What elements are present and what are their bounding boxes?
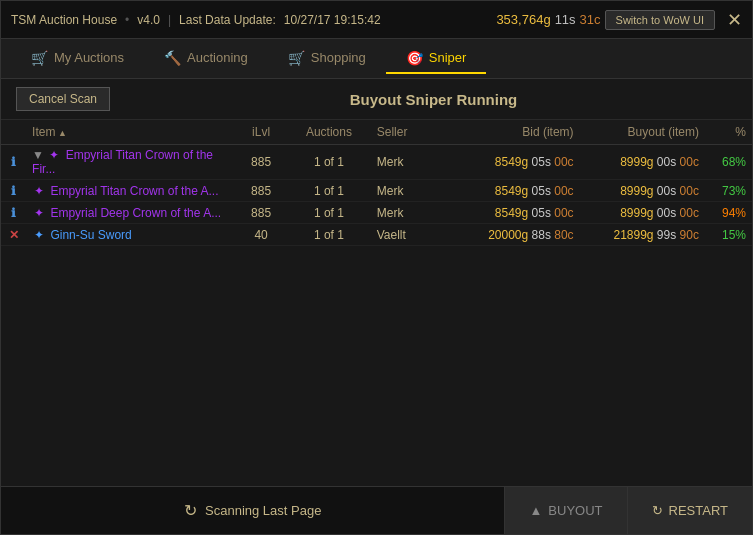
bottom-right-buttons: ▲ BUYOUT ↻ RESTART <box>504 487 752 534</box>
col-auctions-header[interactable]: Auctions <box>287 120 371 145</box>
row-bid: 8549g 05s 00c <box>454 145 579 180</box>
row-pct: 94% <box>705 202 752 224</box>
row-buyout: 8999g 00s 00c <box>580 145 705 180</box>
tab-sniper[interactable]: 🎯 Sniper <box>386 44 487 74</box>
tab-my-auctions[interactable]: 🛒 My Auctions <box>11 44 144 74</box>
row-bid: 20000g 88s 80c <box>454 224 579 246</box>
table-row[interactable]: ℹ ✦ Empyrial Titan Crown of the A... 885… <box>1 180 752 202</box>
row-auctions: 1 of 1 <box>287 145 371 180</box>
close-btn[interactable]: ✕ <box>727 9 742 31</box>
tab-shopping[interactable]: 🛒 Shopping <box>268 44 386 74</box>
table-row[interactable]: ✕ ✦ Ginn-Su Sword 40 1 of 1 Vaellt 20000… <box>1 224 752 246</box>
table-body: ℹ ▼ ✦ Empyrial Titan Crown of the Fir...… <box>1 145 752 246</box>
shopping-icon: 🛒 <box>288 50 305 66</box>
col-sort[interactable] <box>1 120 26 145</box>
scan-status: ↻ Scanning Last Page <box>1 501 504 520</box>
row-seller: Merk <box>371 202 455 224</box>
nav-tabs: 🛒 My Auctions 🔨 Auctioning 🛒 Shopping 🎯 … <box>1 39 752 79</box>
scan-status-text: Scanning Last Page <box>205 503 321 518</box>
tab-shopping-label: Shopping <box>311 50 366 65</box>
row-ilvl: 885 <box>235 145 287 180</box>
auctioning-icon: 🔨 <box>164 50 181 66</box>
col-buyout-header[interactable]: Buyout (item) <box>580 120 705 145</box>
main-content: Cancel Scan Buyout Sniper Running Item i… <box>1 79 752 488</box>
row-pct: 15% <box>705 224 752 246</box>
row-item-name: ▼ ✦ Empyrial Titan Crown of the Fir... <box>26 145 235 180</box>
tab-sniper-label: Sniper <box>429 50 467 65</box>
row-item-gem: ✦ <box>34 206 44 220</box>
row-status-icon: ℹ <box>1 202 26 224</box>
row-status-icon: ℹ <box>1 180 26 202</box>
row-item-name: ✦ Ginn-Su Sword <box>26 224 235 246</box>
app-container: TSM Auction House • v4.0 | Last Data Upd… <box>0 0 753 535</box>
silver-amount: 11s <box>555 12 576 27</box>
row-seller: Vaellt <box>371 224 455 246</box>
row-item-label: Empyrial Deep Crown of the A... <box>50 206 221 220</box>
row-item-gem: ✦ <box>34 184 44 198</box>
row-status-icon: ✕ <box>1 224 26 246</box>
scanning-icon: ↻ <box>184 501 197 520</box>
row-buyout: 21899g 99s 90c <box>580 224 705 246</box>
cancel-scan-button[interactable]: Cancel Scan <box>16 87 110 111</box>
table-row[interactable]: ℹ ▼ ✦ Empyrial Titan Crown of the Fir...… <box>1 145 752 180</box>
row-auctions: 1 of 1 <box>287 202 371 224</box>
row-buyout: 8999g 00s 00c <box>580 202 705 224</box>
app-name: TSM Auction House <box>11 13 117 27</box>
app-version: v4.0 <box>137 13 160 27</box>
restart-label: RESTART <box>669 503 728 518</box>
row-item-label: Ginn-Su Sword <box>50 228 131 242</box>
buyout-label: BUYOUT <box>548 503 602 518</box>
row-item-name: ✦ Empyrial Titan Crown of the A... <box>26 180 235 202</box>
title-bar-left: TSM Auction House • v4.0 | Last Data Upd… <box>11 13 381 27</box>
table-container: Item iLvl Auctions Seller Bid (item) Buy… <box>1 120 752 246</box>
gold-amount: 353,764g <box>496 12 550 27</box>
action-bar: Cancel Scan Buyout Sniper Running <box>1 79 752 120</box>
row-item-gem: ✦ <box>34 228 44 242</box>
row-seller: Merk <box>371 180 455 202</box>
col-bid-header[interactable]: Bid (item) <box>454 120 579 145</box>
col-ilvl-header[interactable]: iLvl <box>235 120 287 145</box>
tab-auctioning[interactable]: 🔨 Auctioning <box>144 44 268 74</box>
row-auctions: 1 of 1 <box>287 180 371 202</box>
tab-auctioning-label: Auctioning <box>187 50 248 65</box>
auctions-table: Item iLvl Auctions Seller Bid (item) Buy… <box>1 120 752 246</box>
table-header: Item iLvl Auctions Seller Bid (item) Buy… <box>1 120 752 145</box>
row-item-label: Empyrial Titan Crown of the A... <box>50 184 218 198</box>
switch-to-wow-btn[interactable]: Switch to WoW UI <box>605 10 715 30</box>
buyout-icon: ▲ <box>529 503 542 518</box>
col-pct-header[interactable]: % <box>705 120 752 145</box>
row-item-name: ✦ Empyrial Deep Crown of the A... <box>26 202 235 224</box>
data-update-value: 10/27/17 19:15:42 <box>284 13 381 27</box>
row-bid: 8549g 05s 00c <box>454 180 579 202</box>
col-seller-header[interactable]: Seller <box>371 120 455 145</box>
row-item-label: Empyrial Titan Crown of the Fir... <box>32 148 213 176</box>
row-ilvl: 885 <box>235 180 287 202</box>
buyout-button[interactable]: ▲ BUYOUT <box>504 487 626 534</box>
row-seller: Merk <box>371 145 455 180</box>
bottom-bar: ↻ Scanning Last Page ▲ BUYOUT ↻ RESTART <box>1 486 752 534</box>
data-update-label: Last Data Update: <box>179 13 276 27</box>
row-bid: 8549g 05s 00c <box>454 202 579 224</box>
row-pct: 73% <box>705 180 752 202</box>
row-buyout: 8999g 00s 00c <box>580 180 705 202</box>
row-ilvl: 40 <box>235 224 287 246</box>
row-ilvl: 885 <box>235 202 287 224</box>
row-auctions: 1 of 1 <box>287 224 371 246</box>
restart-icon: ↻ <box>652 503 663 518</box>
currency-display: 353,764g 11s 31c Switch to WoW UI ✕ <box>496 9 742 31</box>
row-status-icon: ℹ <box>1 145 26 180</box>
sniper-icon: 🎯 <box>406 50 423 66</box>
tab-my-auctions-label: My Auctions <box>54 50 124 65</box>
restart-button[interactable]: ↻ RESTART <box>627 487 752 534</box>
row-arrow: ▼ <box>32 148 44 162</box>
my-auctions-icon: 🛒 <box>31 50 48 66</box>
table-row[interactable]: ℹ ✦ Empyrial Deep Crown of the A... 885 … <box>1 202 752 224</box>
col-item-header[interactable]: Item <box>26 120 235 145</box>
copper-amount: 31c <box>580 12 601 27</box>
title-bar: TSM Auction House • v4.0 | Last Data Upd… <box>1 1 752 39</box>
row-pct: 68% <box>705 145 752 180</box>
row-item-gem: ✦ <box>49 148 59 162</box>
status-text: Buyout Sniper Running <box>130 91 737 108</box>
